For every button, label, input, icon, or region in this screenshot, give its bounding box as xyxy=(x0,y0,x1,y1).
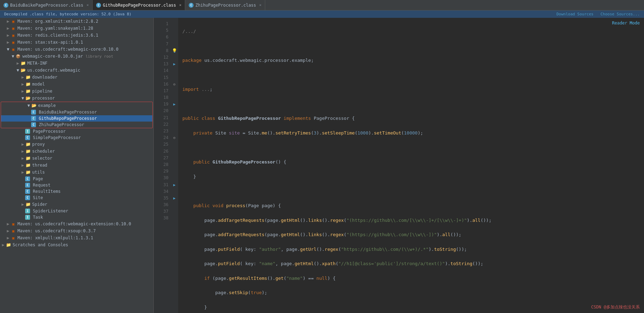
gutter-12 xyxy=(171,54,178,61)
sidebar-item-task[interactable]: I Task xyxy=(0,214,153,220)
gutter-22 xyxy=(171,121,178,128)
tab-icon-baidu: C xyxy=(3,3,8,8)
folder-icon: 📁 xyxy=(25,162,31,168)
sidebar-item-jedis[interactable]: ▶ ▣ Maven: redis.clients:jedis:3.6.1 xyxy=(0,32,153,39)
sidebar-item-us-codecraft[interactable]: ▼ 📂 us.codecraft.webmagic xyxy=(0,67,153,74)
line-num-1: 1 xyxy=(156,21,168,27)
sidebar-item-utils[interactable]: ▶ 📁 utils xyxy=(0,169,153,176)
sidebar-item-jar[interactable]: ▼ 📦 webmagic-core-0.10.0.jar library roo… xyxy=(0,53,153,60)
sidebar-item-snakeyaml[interactable]: ▶ ▣ Maven: org.yaml:snakeyaml:1.28 xyxy=(0,25,153,32)
maven-icon: ▣ xyxy=(10,235,16,241)
sidebar-item-selector[interactable]: ▶ 📁 selector xyxy=(0,155,153,162)
sidebar-item-simplepageprocessor[interactable]: C SimplePageProcessor xyxy=(0,134,153,141)
expand-icon: ▼ xyxy=(6,47,10,52)
reader-mode-button[interactable]: Reader Mode xyxy=(612,21,640,26)
sidebar-item-xmlunit[interactable]: ▶ ▣ Maven: org.xmlunit:xmlunit:2.8.2 xyxy=(0,18,153,25)
line-num-15: 15 xyxy=(156,74,168,81)
gutter-8: 💡 xyxy=(171,48,178,54)
tab-zhihu[interactable]: C ZhihuPageProcessor.class × xyxy=(185,0,265,10)
sidebar-item-request[interactable]: C Request xyxy=(0,182,153,188)
sidebar-item-webmagic[interactable]: ▼ ▣ Maven: us.codecraft:webmagic-core:0.… xyxy=(0,46,153,53)
sidebar-label: Maven: org.yaml:snakeyaml:1.28 xyxy=(17,26,93,31)
gutter-37 xyxy=(171,208,178,215)
sidebar-item-page[interactable]: C Page xyxy=(0,176,153,182)
line-num-5: 5 xyxy=(156,27,168,34)
sidebar-item-baidu-class[interactable]: C BaiduBaikePageProcessor xyxy=(1,109,152,115)
choose-sources-link[interactable]: Choose Sources... xyxy=(600,12,640,16)
code-lines[interactable]: /.../ package us.codecraft.webmagic.proc… xyxy=(178,18,644,313)
sidebar-item-pageprocessor[interactable]: I PageProcessor xyxy=(0,128,153,134)
line-num-6: 6 xyxy=(156,34,168,41)
gutter-35[interactable]: ▶ xyxy=(171,195,178,202)
line-num-26: 26 xyxy=(156,148,168,155)
sidebar-item-processor[interactable]: ▼ 📂 processor xyxy=(0,95,153,102)
sidebar-item-spider[interactable]: ▶ 📁 Spider xyxy=(0,201,153,208)
sidebar-label: Spider xyxy=(32,202,47,207)
tab-baidu[interactable]: C BaiduBaikePageProcessor.class × xyxy=(0,0,93,10)
sidebar-label: thread xyxy=(32,163,47,168)
line-num-17: 17 xyxy=(156,88,168,94)
sidebar-label: Maven: org.xmlunit:xmlunit:2.8.2 xyxy=(17,19,98,24)
gutter-30 xyxy=(171,175,178,181)
sidebar-item-xsoup[interactable]: ▶ ▣ Maven: us.codecraft:xsoup:0.3.7 xyxy=(0,227,153,234)
tab-label-github: GithubRepoPageProcessor.class xyxy=(103,3,176,8)
code-editor[interactable]: Reader Mode 1 5 6 7 8 12 13 14 15 16 17 … xyxy=(154,18,644,313)
gutter-13[interactable]: ▶ xyxy=(171,61,178,67)
run-icon-19[interactable]: ▶ xyxy=(173,102,176,107)
run-icon-13[interactable]: ▶ xyxy=(173,62,176,66)
gutter-14 xyxy=(171,67,178,74)
line-numbers: 1 5 6 7 8 12 13 14 15 16 17 18 19 20 21 … xyxy=(154,18,171,313)
sidebar-item-spiderlistener[interactable]: I SpiderListener xyxy=(0,208,153,214)
code-line-13: public class GithubRepoPageProcessor imp… xyxy=(182,116,355,121)
sidebar-item-site[interactable]: C Site xyxy=(0,195,153,201)
sidebar-item-thread[interactable]: ▶ 📁 thread xyxy=(0,162,153,169)
tab-icon-zhihu: C xyxy=(189,3,194,8)
run-icon-35[interactable]: ▶ xyxy=(173,196,176,201)
sidebar-item-zhihu-class[interactable]: C ZhihuPageProcessor xyxy=(1,122,152,128)
line-num-14: 14 xyxy=(156,67,168,74)
gutter-19[interactable]: ▶ xyxy=(171,101,178,108)
class-icon-task: I xyxy=(25,215,30,220)
sidebar-item-scratches[interactable]: ▶ 📁 Scratches and Consoles xyxy=(0,241,153,248)
folder-icon: 📁 xyxy=(25,148,31,154)
sidebar-item-xmlpull[interactable]: ▶ ▣ Maven: xmlpull:xmlpull:1.1.3.1 xyxy=(0,234,153,241)
gutter-31[interactable]: ▶ xyxy=(171,182,178,188)
sidebar-item-stax[interactable]: ▶ ▣ Maven: stax:stax-api:1.0.1 xyxy=(0,39,153,46)
sidebar-item-downloader[interactable]: ▶ 📁 downloader xyxy=(0,74,153,81)
sidebar-item-pipeline[interactable]: ▶ 📁 pipeline xyxy=(0,88,153,95)
sidebar-item-proxy[interactable]: ▶ 📁 proxy xyxy=(0,141,153,148)
tab-close-zhihu[interactable]: × xyxy=(259,3,262,7)
arrow-icon: ▶ xyxy=(20,163,25,168)
sidebar-item-github-class[interactable]: C GithubRepoPageProcessor xyxy=(1,115,152,122)
info-bar-actions: Download Sources Choose Sources... xyxy=(556,12,640,16)
code-line-24: if (page.getResultItems().get("name") ==… xyxy=(182,276,335,281)
class-icon-simpleproc: C xyxy=(25,135,30,140)
class-icon-request: C xyxy=(25,183,30,188)
info-bar: Decompiled .class file, bytecode version… xyxy=(0,10,644,18)
watermark: CSDN @多加点辣也没关系 xyxy=(591,304,640,310)
code-line-14: private Site site = Site.me().setRetryTi… xyxy=(182,130,423,136)
class-icon-spiderlistener: I xyxy=(25,209,30,213)
download-sources-link[interactable]: Download Sources xyxy=(556,12,593,16)
line-num-13: 13 xyxy=(156,61,168,67)
sidebar-item-model[interactable]: ▶ 📁 model xyxy=(0,81,153,88)
example-group: ▼ 📂 example C BaiduBaikePageProcessor C … xyxy=(1,102,153,128)
arrow-icon: ▶ xyxy=(20,75,25,80)
gutter-27 xyxy=(171,155,178,161)
folder-icon: 📁 xyxy=(20,60,26,66)
sidebar-item-webmagic-ext[interactable]: ▶ ▣ Maven: us.codecraft:webmagic-extensi… xyxy=(0,220,153,227)
sidebar-item-example[interactable]: ▼ 📂 example xyxy=(1,102,152,109)
sidebar-label: Maven: us.codecraft:xsoup:0.3.7 xyxy=(17,228,96,233)
tab-github[interactable]: C GithubRepoPageProcessor.class × xyxy=(93,0,185,10)
sidebar-label: processor xyxy=(32,96,55,101)
sidebar-item-meta-inf[interactable]: ▶ 📁 META-INF xyxy=(0,60,153,67)
tab-close-github[interactable]: × xyxy=(179,3,182,7)
run-icon-31[interactable]: ▶ xyxy=(173,183,176,187)
sidebar-item-resultitems[interactable]: C ResultItems xyxy=(0,188,153,195)
tab-close-baidu[interactable]: × xyxy=(87,3,89,7)
class-icon-site: C xyxy=(25,195,30,200)
folder-icon: 📁 xyxy=(25,88,31,94)
sidebar-label: webmagic-core-0.10.0.jar library root xyxy=(22,54,113,59)
sidebar-item-scheduler[interactable]: ▶ 📁 scheduler xyxy=(0,148,153,155)
gutter-23 xyxy=(171,128,178,134)
